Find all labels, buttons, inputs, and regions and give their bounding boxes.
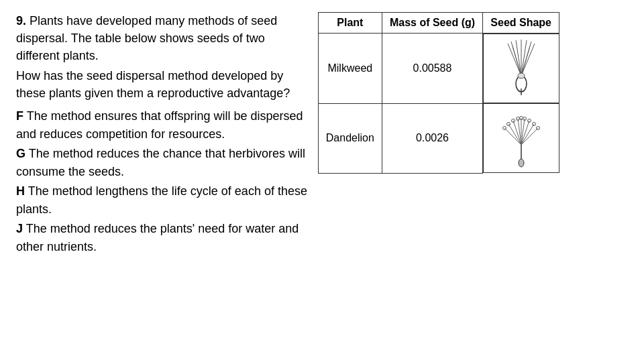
table-row: Dandelion 0.0026 xyxy=(319,103,559,173)
svg-line-2 xyxy=(508,44,521,76)
answer-j-text: The method reduces the plants' need for … xyxy=(16,222,299,253)
answer-h-text: The method lengthens the life cycle of e… xyxy=(16,184,307,216)
answer-f-letter: F xyxy=(16,109,23,123)
mass-milkweed: 0.00588 xyxy=(382,34,483,104)
answer-g-letter: G xyxy=(16,147,25,160)
mass-dandelion: 0.0026 xyxy=(382,103,483,173)
answer-g: G The method reduces the chance that her… xyxy=(16,145,311,181)
answer-j: J The method reduces the plants' need fo… xyxy=(16,220,311,256)
question-intro: 9. Plants have developed many methods of… xyxy=(16,12,311,64)
svg-line-10 xyxy=(521,46,530,76)
plant-dandelion: Dandelion xyxy=(319,103,382,173)
question-subquestion: How has the seed dispersal method develo… xyxy=(16,67,311,102)
question-number: 9. xyxy=(16,14,26,27)
col-shape: Seed Shape xyxy=(483,13,559,34)
answer-f-text: The method ensures that offspring will b… xyxy=(16,109,303,141)
answer-j-letter: J xyxy=(16,222,23,235)
answer-h-letter: H xyxy=(16,184,25,198)
answer-g-text: The method reduces the chance that herbi… xyxy=(16,147,305,178)
table-header-row: Plant Mass of Seed (g) Seed Shape xyxy=(319,13,559,34)
answer-block: F The method ensures that offspring will… xyxy=(16,107,311,256)
svg-line-8 xyxy=(521,44,535,76)
page-container: 9. Plants have developed many methods of… xyxy=(0,0,644,362)
dandelion-seed-icon xyxy=(498,108,545,168)
right-area: Plant Mass of Seed (g) Seed Shape Milkwe… xyxy=(311,12,628,350)
plant-milkweed: Milkweed xyxy=(319,34,382,104)
svg-point-11 xyxy=(518,73,525,78)
question-intro-text: Plants have developed many methods of se… xyxy=(16,14,277,62)
svg-line-17 xyxy=(518,119,521,145)
shape-dandelion xyxy=(483,103,559,173)
shape-milkweed xyxy=(483,34,559,103)
answer-h: H The method lengthens the life cycle of… xyxy=(16,182,311,219)
svg-line-4 xyxy=(516,40,521,76)
left-text-area: 9. Plants have developed many methods of… xyxy=(16,12,311,350)
milkweed-seed-icon xyxy=(498,38,545,99)
col-plant: Plant xyxy=(319,13,382,34)
answer-f: F The method ensures that offspring will… xyxy=(16,107,311,143)
seed-table: Plant Mass of Seed (g) Seed Shape Milkwe… xyxy=(318,12,559,174)
table-row: Milkweed 0.00588 xyxy=(319,34,559,104)
col-mass: Mass of Seed (g) xyxy=(382,13,483,34)
svg-line-9 xyxy=(513,46,521,76)
svg-line-6 xyxy=(521,40,527,76)
svg-point-13 xyxy=(519,159,524,167)
svg-line-19 xyxy=(521,119,525,145)
